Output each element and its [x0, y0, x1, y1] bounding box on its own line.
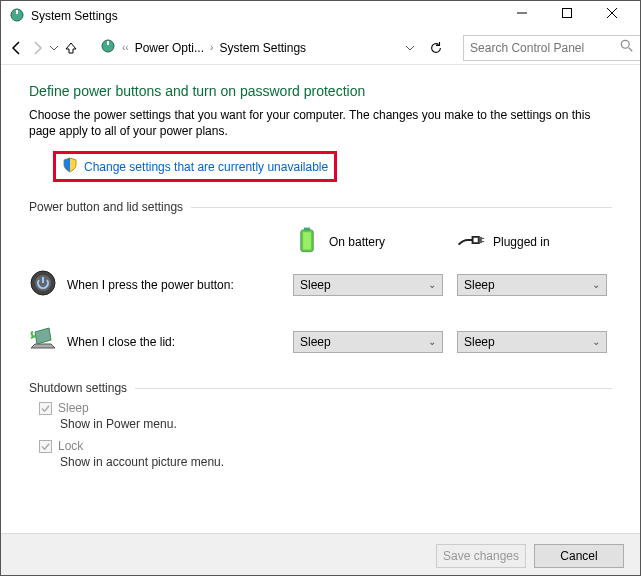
window-title: System Settings [31, 9, 505, 23]
dropdown-close-lid-plugged[interactable]: Sleep ⌄ [457, 331, 607, 353]
chevron-down-icon: ⌄ [428, 336, 436, 347]
back-button[interactable] [9, 36, 25, 60]
row-press-power: When I press the power button: [67, 278, 234, 292]
page-description: Choose the power settings that you want … [29, 107, 612, 139]
minimize-button[interactable] [505, 1, 550, 31]
cancel-button[interactable]: Cancel [534, 544, 624, 568]
divider [135, 388, 612, 389]
dropdown-close-lid-battery[interactable]: Sleep ⌄ [293, 331, 443, 353]
app-icon [9, 7, 31, 26]
checkbox-sleep-desc: Show in Power menu. [60, 417, 177, 431]
breadcrumb-item-1[interactable]: Power Opti... [135, 41, 204, 55]
divider [191, 207, 612, 208]
svg-point-8 [621, 40, 629, 48]
svg-rect-7 [107, 41, 109, 45]
chevron-down-icon: ⌄ [592, 279, 600, 290]
close-button[interactable] [595, 1, 640, 31]
chevron-icon: ‹‹ [122, 42, 129, 53]
change-settings-label: Change settings that are currently unava… [84, 160, 328, 174]
breadcrumb-icon [100, 38, 116, 57]
up-button[interactable] [63, 36, 79, 60]
shield-icon [62, 157, 78, 176]
column-plugged: Plugged in [493, 235, 550, 249]
save-button: Save changes [436, 544, 526, 568]
svg-rect-12 [303, 233, 311, 250]
breadcrumb-dropdown[interactable] [405, 36, 415, 60]
dropdown-press-power-plugged[interactable]: Sleep ⌄ [457, 274, 607, 296]
chevron-right-icon: › [210, 42, 213, 53]
maximize-button[interactable] [550, 1, 595, 31]
svg-rect-13 [479, 237, 482, 243]
forward-button[interactable] [29, 36, 45, 60]
section-power-button: Power button and lid settings [29, 200, 183, 214]
svg-line-9 [629, 48, 633, 52]
power-button-icon [29, 269, 57, 300]
checkbox-lock-desc: Show in account picture menu. [60, 455, 224, 469]
chevron-down-icon: ⌄ [592, 336, 600, 347]
refresh-button[interactable] [429, 36, 443, 60]
search-field[interactable] [470, 41, 620, 55]
svg-rect-1 [16, 10, 18, 14]
breadcrumb[interactable]: ‹‹ Power Opti... › System Settings [95, 35, 311, 61]
battery-icon [293, 226, 321, 257]
section-shutdown: Shutdown settings [29, 381, 127, 395]
checkbox-sleep [39, 402, 52, 415]
laptop-lid-icon [29, 326, 57, 357]
breadcrumb-item-2[interactable]: System Settings [219, 41, 306, 55]
checkbox-sleep-label: Sleep [58, 401, 177, 415]
search-input[interactable] [463, 35, 641, 61]
chevron-down-icon: ⌄ [428, 279, 436, 290]
checkbox-lock [39, 440, 52, 453]
dropdown-press-power-battery[interactable]: Sleep ⌄ [293, 274, 443, 296]
column-battery: On battery [329, 235, 385, 249]
plug-icon [457, 226, 485, 257]
page-heading: Define power buttons and turn on passwor… [29, 83, 612, 99]
search-icon[interactable] [620, 39, 634, 56]
recent-dropdown[interactable] [49, 36, 59, 60]
change-settings-link[interactable]: Change settings that are currently unava… [53, 151, 337, 182]
svg-rect-3 [562, 9, 571, 18]
row-close-lid: When I close the lid: [67, 335, 175, 349]
checkbox-lock-label: Lock [58, 439, 224, 453]
